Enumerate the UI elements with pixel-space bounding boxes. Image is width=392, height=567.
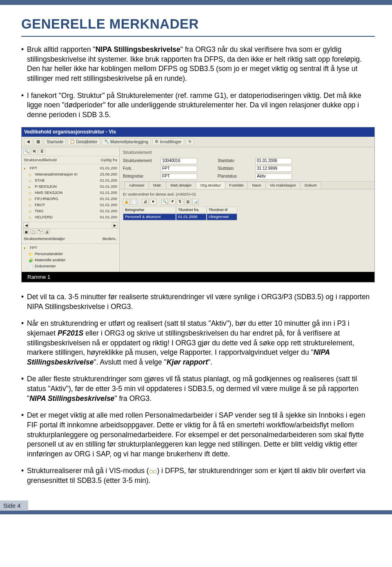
- tree-row[interactable]: ◇FIF,HR&ORG01.01.200: [24, 196, 117, 202]
- copy-icon[interactable]: 📄: [131, 199, 137, 205]
- column-header: Betegnelse: [123, 207, 176, 213]
- scroll-right-icon[interactable]: ▶: [112, 222, 118, 228]
- tool-icon[interactable]: 🛠: [31, 149, 38, 155]
- tab-vismalrelasjon[interactable]: Vis malrelasjon: [265, 182, 301, 189]
- tree-row[interactable]: ▾FPT: [24, 245, 117, 251]
- find2-icon[interactable]: 🔍: [161, 199, 168, 205]
- b4-c: ". Avslutt med å velge ": [94, 358, 166, 366]
- refresh-icon[interactable]: ↻: [186, 138, 194, 145]
- tab-dokum[interactable]: Dokum: [300, 182, 321, 189]
- innstillinger-button[interactable]: ⚙Innstillinger: [152, 138, 184, 145]
- b4-d: ".: [208, 358, 212, 366]
- blank-area: [120, 223, 374, 272]
- cell: 01.01.2006: [176, 213, 207, 220]
- cell: Ubegrenset: [207, 213, 237, 220]
- tab-orgstruktur[interactable]: Org.struktur: [196, 182, 225, 189]
- sub-icon-row: 🔒 📄 🖨 ▼ 🔍 ⧩ ⇅ ▥ 📊: [123, 199, 371, 205]
- startside-button[interactable]: Startside: [44, 138, 66, 145]
- chart-icon[interactable]: 📊: [192, 199, 199, 205]
- detaljbilder-button[interactable]: 📋Detaljbilder: [67, 138, 100, 145]
- tab-content: Er underordnet for denne avd. (A002/O-O)…: [120, 189, 374, 222]
- sort-icon[interactable]: ⇅: [177, 199, 183, 205]
- scroll-strip: ◀ ▶: [22, 222, 119, 228]
- tab-matr[interactable]: Matr.: [149, 182, 166, 189]
- binoculars-icon[interactable]: 🔭: [37, 229, 43, 234]
- table-row[interactable]: Personell & økonomi01.01.2006Ubegrenset: [123, 213, 371, 220]
- tree-row[interactable]: ▾FPT01.01.200: [24, 165, 117, 171]
- collapse-icon[interactable]: ▢: [30, 229, 36, 234]
- page-number-tab: Side 4: [0, 500, 28, 511]
- b4-bold1: PF201S: [58, 329, 83, 337]
- b2-text: I fanekort "Org. Struktur" på Strukturel…: [27, 91, 375, 120]
- sub-table: BetegnelseTilordnet fraTilordnet til Per…: [123, 207, 371, 220]
- b5-b: " fra ORG3.: [114, 394, 151, 402]
- embedded-screenshot: Vedlikehold organisasjonsstruktur - Vis …: [21, 127, 375, 282]
- print2-icon[interactable]: 🖨: [142, 199, 149, 205]
- form-field: Startdato01.01.2006: [218, 158, 292, 164]
- field-value[interactable]: FPT: [160, 166, 197, 172]
- b7-a: Strukturrealiserer må gå i VIS-modus (: [27, 467, 149, 475]
- col-strukturelement-detaljer: Strukturelement/detaljer: [24, 236, 102, 242]
- ramme-label: Ramme 1: [22, 272, 374, 282]
- column-header: Tilordnet fra: [176, 207, 207, 213]
- structure-tree[interactable]: ▾FPT01.01.200◇Veteranadministrasjon In23…: [22, 164, 119, 222]
- tree-row[interactable]: ▸P-SEKSJON01.01.200: [24, 184, 117, 190]
- tree-row[interactable]: ◇VELFERD01.01.200: [24, 214, 117, 220]
- col-gyldig-fra: Gyldig fra: [100, 158, 117, 163]
- tab-adresser[interactable]: Adresser: [125, 182, 149, 189]
- down-icon[interactable]: ▼: [150, 199, 156, 205]
- list-icon[interactable]: ≣: [39, 149, 45, 155]
- field-value[interactable]: 31.12.9999: [255, 166, 292, 172]
- expand-icon[interactable]: ▣: [23, 229, 29, 234]
- form-field: BetegnelseFPT: [123, 173, 197, 180]
- tab-strip: AdresserMatr.Matr.detaljerOrg.strukturFo…: [120, 182, 374, 189]
- bullet-1: • Bruk alltid rapporten "NIPA Stillingsb…: [21, 45, 375, 84]
- materiellplanlegging-button[interactable]: 🔧Materiellplanlegging: [102, 138, 151, 145]
- cell: Personell & økonomi: [123, 213, 176, 220]
- tree-row[interactable]: ◇FBOT01.01.200: [24, 202, 117, 208]
- b1-bold: NIPA Stillingsbeskrivelse: [96, 45, 180, 53]
- tree-row[interactable]: 📁Personalandeler: [24, 251, 117, 257]
- grid-icon[interactable]: ▦: [34, 138, 42, 145]
- col-beskriv: Beskriv..: [102, 236, 117, 242]
- form-field: Sluttdato31.12.9999: [218, 165, 292, 172]
- field-value[interactable]: 01.01.2006: [255, 158, 292, 164]
- glasses-icon: [149, 469, 157, 474]
- bullet-5: • De aller fleste strukturendringer som …: [21, 374, 375, 403]
- b4-bolditalic2: Kjør rapport: [167, 358, 208, 366]
- lock-icon[interactable]: 🔒: [123, 199, 129, 205]
- scroll-left-icon[interactable]: ◀: [23, 222, 29, 228]
- sub-label: Er underordnet for denne avd. (A002/O-O): [123, 192, 371, 197]
- tree-row[interactable]: 📄Dokumenter: [24, 263, 117, 269]
- col-strukturvedlikehold: Strukturvedlikehold: [24, 158, 100, 163]
- b3-text: Det vil ta ca. 3-5 minutter før realiser…: [27, 292, 375, 311]
- mid-toolbar: ▣ ▢ 🔭 🖨: [22, 228, 119, 235]
- tab-matrdetaljer[interactable]: Matr.detaljer: [166, 182, 196, 189]
- tree-row[interactable]: ◇Veteranadministrasjon In23.06.200: [24, 171, 117, 178]
- tree-row[interactable]: ◇STAB01.01.200: [24, 178, 117, 184]
- bullet-7: • Strukturrealiserer må gå i VIS-modus (…: [21, 466, 375, 485]
- left-icon-row: 🔍 🛠 ≣: [22, 147, 119, 156]
- main-toolbar: ◀ ▦ Startside 📋Detaljbilder 🔧Materiellpl…: [22, 137, 374, 147]
- left-pane: 🔍 🛠 ≣ Strukturvedlikehold Gyldig fra ▾FP…: [22, 147, 120, 272]
- nav-back-button[interactable]: ◀: [24, 138, 32, 145]
- tree-row[interactable]: 🧩Materielle andeler: [24, 257, 117, 263]
- col-icon[interactable]: ▥: [185, 199, 191, 205]
- tree-row[interactable]: ◇TMO01.01.200: [24, 208, 117, 214]
- find-icon[interactable]: 🔍: [23, 149, 30, 155]
- column-header: Tilordnet til: [207, 207, 237, 213]
- page-title: GENERELLE MERKNADER: [21, 16, 375, 32]
- detail-tree[interactable]: ▾FPT📁Personalandeler🧩Materielle andeler📄…: [22, 244, 119, 271]
- top-stripe: [0, 0, 392, 5]
- left-column-headers: Strukturvedlikehold Gyldig fra: [22, 156, 119, 165]
- tree-row[interactable]: ◇HMS SEKSJON01.01.200: [24, 190, 117, 196]
- field-value[interactable]: FPT: [160, 173, 197, 180]
- field-value[interactable]: Aktiv: [255, 173, 292, 180]
- filter-icon[interactable]: ⧩: [169, 199, 176, 205]
- tab-foreldet[interactable]: Foreldet: [225, 182, 248, 189]
- field-value[interactable]: 10040016: [160, 158, 197, 164]
- detail-headers: Strukturelement/detaljer Beskriv..: [22, 235, 119, 244]
- print-icon[interactable]: 🖨: [44, 229, 50, 234]
- tab-navn[interactable]: Navn: [247, 182, 265, 189]
- window-title: Vedlikehold organisasjonsstruktur - Vis: [22, 127, 374, 136]
